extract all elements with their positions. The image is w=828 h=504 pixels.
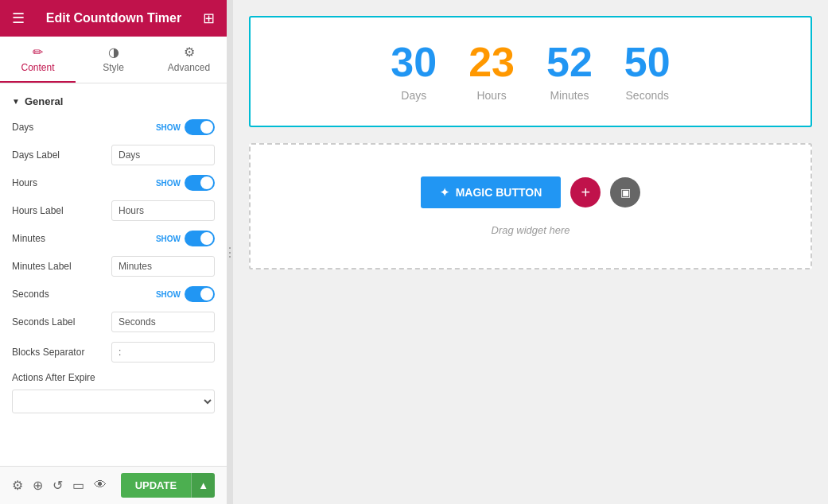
actions-section: Actions After Expire	[12, 372, 215, 413]
seconds-toggle-container: SHOW	[156, 286, 215, 302]
tab-advanced[interactable]: ⚙ Advanced	[151, 37, 227, 83]
magic-star-icon: ✦	[440, 186, 449, 199]
add-widget-button[interactable]: +	[570, 177, 601, 207]
days-toggle-container: SHOW	[156, 119, 215, 135]
general-section: ▼ General	[12, 95, 215, 107]
seconds-toggle[interactable]	[185, 286, 215, 302]
preview-icon[interactable]: 👁	[94, 478, 107, 493]
sidebar-title: Edit Countdown Timer	[46, 11, 181, 25]
update-arrow-button[interactable]: ▲	[191, 473, 215, 498]
days-label: Days	[12, 122, 33, 133]
section-arrow: ▼	[12, 97, 20, 106]
content-icon: ✏	[33, 45, 43, 60]
tab-content-label: Content	[21, 62, 54, 73]
seconds-label-field-label: Seconds Label	[12, 316, 75, 328]
blocks-separator-input[interactable]	[111, 342, 215, 362]
magic-button-label: MAGIC BUTTON	[456, 186, 542, 199]
hours-toggle[interactable]	[185, 175, 215, 191]
resize-handle[interactable]	[227, 0, 233, 504]
drop-zone-actions: ✦ MAGIC BUTTON + ▣	[421, 176, 641, 208]
tab-style[interactable]: ◑ Style	[76, 37, 151, 83]
drag-text: Drag widget here	[492, 224, 570, 236]
minutes-toggle-label: SHOW	[156, 235, 181, 243]
grid-icon[interactable]: ⊞	[203, 10, 215, 27]
days-label-input[interactable]	[111, 145, 215, 165]
hours-label-input[interactable]	[111, 200, 215, 221]
seconds-timer-label: Seconds	[626, 89, 669, 102]
days-timer-label: Days	[401, 89, 426, 102]
hours-toggle-label: SHOW	[156, 179, 181, 188]
bottom-icons: ⚙ ⊕ ↺ ▭ 👁	[12, 478, 107, 493]
minutes-label-field-label: Minutes Label	[12, 261, 72, 272]
section-label: General	[25, 95, 63, 107]
magic-button[interactable]: ✦ MAGIC BUTTON	[421, 176, 562, 208]
seconds-label: Seconds	[12, 289, 49, 300]
settings-icon[interactable]: ⚙	[12, 478, 23, 493]
update-button[interactable]: UPDATE	[121, 473, 191, 498]
hours-timer-label: Hours	[476, 89, 506, 102]
minutes-label-input[interactable]	[111, 256, 215, 277]
tab-content[interactable]: ✏ Content	[0, 37, 76, 83]
sidebar-bottom: ⚙ ⊕ ↺ ▭ 👁 UPDATE ▲	[0, 466, 227, 504]
minutes-label: Minutes	[12, 233, 45, 244]
hours-label: Hours	[12, 177, 37, 188]
hours-label-field-label: Hours Label	[12, 205, 64, 216]
sidebar-header: ☰ Edit Countdown Timer ⊞	[0, 0, 227, 37]
actions-select[interactable]	[12, 390, 215, 413]
monitor-icon[interactable]: ▭	[72, 478, 84, 493]
layers-icon[interactable]: ⊕	[33, 478, 43, 493]
history-icon[interactable]: ↺	[52, 478, 63, 493]
advanced-icon: ⚙	[184, 45, 195, 60]
blocks-separator-row: Blocks Separator	[12, 342, 215, 362]
seconds-label-row: Seconds Label	[12, 312, 215, 332]
days-toggle[interactable]	[185, 119, 215, 135]
minutes-toggle-container: SHOW	[156, 231, 215, 246]
hours-label-row: Hours Label	[12, 200, 215, 221]
countdown-timer: 30 Days 23 Hours 52 Minutes 50 Seconds	[266, 41, 795, 102]
hours-row: Hours SHOW	[12, 175, 215, 191]
timer-seconds: 50 Seconds	[624, 41, 671, 102]
update-btn-container: UPDATE ▲	[121, 473, 215, 498]
hours-toggle-container: SHOW	[156, 175, 215, 191]
actions-label: Actions After Expire	[12, 372, 215, 383]
sidebar: ☰ Edit Countdown Timer ⊞ ✏ Content ◑ Sty…	[0, 0, 227, 504]
minutes-timer-label: Minutes	[550, 89, 589, 102]
style-icon: ◑	[108, 45, 119, 60]
minutes-label-row: Minutes Label	[12, 256, 215, 277]
timer-hours: 23 Hours	[468, 41, 515, 102]
blocks-separator-label: Blocks Separator	[12, 347, 84, 358]
days-toggle-label: SHOW	[156, 123, 181, 132]
minutes-toggle[interactable]	[185, 231, 215, 246]
seconds-label-input[interactable]	[111, 312, 215, 332]
timer-days: 30 Days	[391, 41, 437, 102]
widget-library-button[interactable]: ▣	[610, 177, 640, 207]
days-row: Days SHOW	[12, 119, 215, 135]
days-label-field-label: Days Label	[12, 149, 60, 161]
countdown-widget: 30 Days 23 Hours 52 Minutes 50 Seconds	[249, 16, 812, 127]
days-label-row: Days Label	[12, 145, 215, 165]
days-number: 30	[391, 41, 437, 83]
minutes-number: 52	[546, 41, 593, 83]
seconds-row: Seconds SHOW	[12, 286, 215, 302]
main-content: 30 Days 23 Hours 52 Minutes 50 Seconds ✦…	[233, 0, 828, 504]
hamburger-icon[interactable]: ☰	[12, 10, 25, 27]
sidebar-tabs: ✏ Content ◑ Style ⚙ Advanced	[0, 37, 227, 83]
seconds-toggle-label: SHOW	[156, 290, 181, 299]
tab-style-label: Style	[103, 62, 124, 73]
minutes-row: Minutes SHOW	[12, 231, 215, 246]
drop-zone: ✦ MAGIC BUTTON + ▣ Drag widget here	[249, 143, 812, 269]
seconds-number: 50	[624, 41, 671, 83]
hours-number: 23	[468, 41, 515, 83]
tab-advanced-label: Advanced	[168, 62, 210, 73]
sidebar-content: ▼ General Days SHOW Days Label Hours SHO…	[0, 83, 227, 466]
timer-minutes: 52 Minutes	[546, 41, 593, 102]
